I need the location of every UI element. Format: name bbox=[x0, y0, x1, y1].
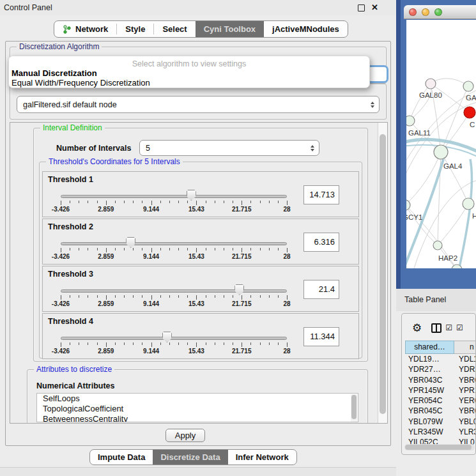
slider-thumb[interactable] bbox=[187, 190, 196, 201]
slider-track[interactable] bbox=[61, 337, 287, 340]
tick-label: 2.859 bbox=[98, 206, 114, 213]
interval-definition-title: Interval Definition bbox=[40, 123, 105, 132]
numerical-attributes-list[interactable]: SelfLoopsTopologicalCoefficientBetweenne… bbox=[36, 393, 358, 422]
network-node[interactable] bbox=[406, 200, 410, 210]
table-row[interactable]: YLR345WYLR3 bbox=[405, 427, 476, 437]
cell-shared-name: YBR043C bbox=[405, 375, 454, 385]
column-header-name[interactable]: n bbox=[454, 341, 476, 354]
slider-thumb[interactable] bbox=[234, 284, 244, 295]
algorithm-option-manual[interactable]: Manual Discretization bbox=[12, 68, 97, 78]
table-row[interactable]: YPR145WYPR1 bbox=[405, 385, 476, 395]
table-row[interactable]: YBR045CYBR0 bbox=[405, 406, 476, 416]
threshold-value-field[interactable]: 21.4 bbox=[303, 280, 339, 299]
slider-ticks bbox=[61, 342, 287, 348]
tab-impute-data[interactable]: Impute Data bbox=[90, 450, 153, 464]
tab-jactivemnodules[interactable]: jActiveMNodules bbox=[264, 21, 348, 37]
tab-network[interactable]: Network bbox=[54, 21, 116, 37]
close-traffic-light-icon[interactable] bbox=[409, 8, 417, 16]
algorithm-section-title: Discretization Algorithm bbox=[17, 42, 102, 51]
slider-ticks bbox=[61, 248, 287, 253]
slider-thumb[interactable] bbox=[162, 332, 172, 342]
network-node[interactable] bbox=[463, 81, 473, 91]
checkbox-icon[interactable]: ☑ bbox=[445, 323, 452, 332]
scrollbar-thumb[interactable] bbox=[405, 445, 472, 450]
tick-label: 21.715 bbox=[232, 253, 252, 260]
table-data-combo[interactable]: galFiltered.sif default node bbox=[17, 96, 380, 113]
slider-ticks bbox=[61, 295, 287, 300]
slider-ticks bbox=[61, 201, 287, 206]
gear-icon[interactable]: ⚙ bbox=[412, 321, 422, 335]
tick-label: 28 bbox=[283, 348, 290, 355]
tick-label: 9.144 bbox=[143, 206, 159, 213]
columns-icon[interactable] bbox=[431, 323, 441, 333]
network-node[interactable] bbox=[434, 145, 448, 159]
threshold-value-field[interactable]: 6.316 bbox=[303, 233, 339, 252]
slider-track[interactable] bbox=[61, 195, 287, 198]
tab-select[interactable]: Select bbox=[154, 21, 195, 37]
viewport-scrollbar[interactable] bbox=[378, 123, 387, 423]
column-header-shared[interactable]: shared… bbox=[405, 341, 454, 354]
zoom-traffic-light-icon[interactable] bbox=[434, 8, 442, 16]
slider-track[interactable] bbox=[61, 289, 287, 293]
tick-label: 9.144 bbox=[143, 348, 159, 355]
slider-scale: -3.4262.8599.14415.4321.71528 bbox=[61, 253, 287, 261]
thresholds-section: Threshold's Coordinates for 5 Intervals … bbox=[39, 162, 362, 358]
cyni-main-panel: Discretization Algorithm Select algorith… bbox=[5, 41, 391, 446]
threshold-row: Threshold 4-3.4262.8599.14415.4321.71528… bbox=[42, 313, 359, 359]
list-scrollbar[interactable] bbox=[351, 394, 357, 422]
tab-discretize-data[interactable]: Discretize Data bbox=[153, 450, 227, 464]
tab-style[interactable]: Style bbox=[117, 21, 153, 37]
network-node-label: HAP2 bbox=[438, 254, 457, 262]
apply-button[interactable]: Apply bbox=[165, 429, 205, 442]
threshold-value-field[interactable]: 11.344 bbox=[303, 327, 339, 346]
slider-track[interactable] bbox=[61, 242, 287, 245]
table-rows: YDL19…YDL1YDR27…YDR2YBR043CYBR0YPR145WYP… bbox=[405, 354, 476, 448]
num-intervals-combo[interactable]: 5 bbox=[139, 140, 319, 156]
table-row[interactable]: YDR27…YDR2 bbox=[405, 364, 476, 374]
network-node[interactable] bbox=[463, 198, 474, 210]
attribute-list-item[interactable]: BetweennessCentrality bbox=[37, 414, 358, 422]
table-row[interactable]: YBR043CYBR0 bbox=[405, 375, 476, 385]
tab-cyni-toolbox[interactable]: Cyni Toolbox bbox=[196, 21, 264, 37]
tab-infer-network[interactable]: Infer Network bbox=[228, 450, 296, 464]
top-tabbar: Network Style Select Cyni Toolbox jActiv… bbox=[54, 20, 348, 38]
table-hscrollbar[interactable] bbox=[404, 444, 475, 450]
network-node[interactable] bbox=[426, 79, 436, 89]
network-node-label: C bbox=[470, 121, 475, 128]
algorithm-placeholder-option[interactable]: Select algorithm to view settings bbox=[9, 59, 369, 68]
cell-shared-name: YPR145W bbox=[405, 385, 454, 395]
cell-name: YDR2 bbox=[454, 364, 476, 374]
network-node[interactable] bbox=[464, 107, 475, 118]
table-row[interactable]: YDL19…YDL1 bbox=[405, 354, 476, 364]
attribute-list-item[interactable]: SelfLoops bbox=[37, 394, 358, 404]
network-canvas[interactable]: GAL80GACGAL11GAL4GCY1HHAP2 bbox=[406, 20, 476, 268]
tick-label: 15.43 bbox=[188, 300, 204, 307]
tick-label: 15.43 bbox=[188, 253, 204, 260]
minimize-traffic-light-icon[interactable] bbox=[422, 8, 429, 16]
checkbox-icon[interactable]: ☑ bbox=[456, 323, 463, 332]
table-panel-header: Table Panel bbox=[396, 289, 476, 311]
table-row[interactable]: YER054CYER0 bbox=[405, 395, 476, 406]
table-data-section: Table Data galFiltered.sif default node bbox=[10, 84, 387, 119]
tick-label: 28 bbox=[283, 253, 290, 260]
close-icon[interactable]: ✕ bbox=[371, 3, 378, 12]
network-node[interactable] bbox=[433, 241, 442, 250]
network-node[interactable] bbox=[406, 116, 415, 126]
network-node-label: GCY1 bbox=[406, 213, 422, 221]
attribute-list-item[interactable]: TopologicalCoefficient bbox=[37, 404, 358, 414]
float-window-icon[interactable] bbox=[358, 4, 365, 12]
table-row[interactable]: YBL079WYBL0 bbox=[405, 417, 476, 427]
network-window-titlebar[interactable] bbox=[404, 5, 476, 19]
tick-label: 2.859 bbox=[98, 348, 114, 355]
threshold-label: Threshold 1 bbox=[48, 175, 93, 184]
scrollbar-thumb[interactable] bbox=[380, 134, 386, 414]
threshold-value-field[interactable]: 14.713 bbox=[303, 185, 339, 204]
right-panel: GAL80GACGAL11GAL4GCY1HHAP2 Table Panel ⚙… bbox=[396, 0, 476, 476]
numerical-attributes-label: Numerical Attributes bbox=[36, 381, 114, 390]
settings-scroll-viewport: Interval Definition Number of Intervals … bbox=[10, 122, 388, 424]
tick-label: 2.859 bbox=[98, 253, 114, 260]
network-node-label: GAL80 bbox=[419, 91, 442, 99]
algorithm-option-equal-width[interactable]: Equal Width/Frequency Discretization bbox=[12, 78, 150, 88]
bottom-tabbar: Impute Data Discretize Data Infer Networ… bbox=[89, 449, 297, 465]
slider-thumb[interactable] bbox=[126, 237, 135, 248]
